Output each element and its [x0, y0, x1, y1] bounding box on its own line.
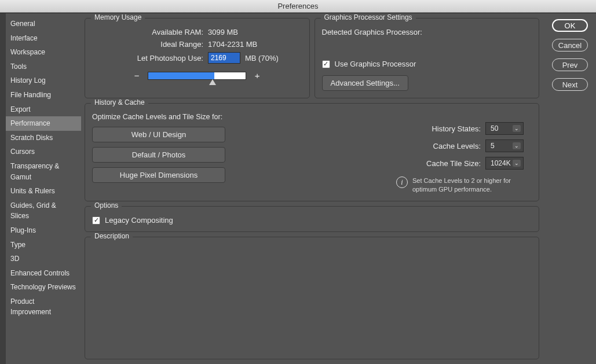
sidebar-item-scratch-disks[interactable]: Scratch Disks: [6, 131, 81, 145]
cache-hint-text: Set Cache Levels to 2 or higher for opti…: [412, 177, 524, 194]
memory-slider-minus[interactable]: −: [133, 71, 141, 80]
sidebar-item-history-log[interactable]: History Log: [6, 73, 81, 88]
legacy-compositing-row[interactable]: Legacy Compositing: [92, 216, 532, 225]
cache-tile-size-label: Cache Tile Size:: [426, 159, 481, 168]
window-titlebar: Preferences: [0, 0, 596, 13]
info-icon: i: [396, 177, 408, 188]
detected-gpu-label: Detected Graphics Processor:: [322, 28, 532, 36]
memory-slider-fill: [148, 72, 214, 79]
dialog-buttons: OK Cancel Prev Next: [544, 13, 596, 364]
history-cache-group: History & Cache Optimize Cache Levels an…: [85, 103, 539, 201]
cache-levels-label: Cache Levels:: [433, 142, 481, 150]
sidebar-item-interface[interactable]: Interface: [6, 31, 81, 46]
description-group: Description: [85, 237, 539, 359]
sidebar-item-type[interactable]: Type: [6, 238, 81, 252]
sidebar-item-export[interactable]: Export: [6, 102, 81, 117]
sidebar-item-cursors[interactable]: Cursors: [6, 145, 81, 159]
options-title: Options: [91, 201, 122, 209]
sidebar-item-guides-grid-slices[interactable]: Guides, Grid & Slices: [6, 198, 81, 223]
cache-tile-size-value: 1024K: [491, 159, 511, 167]
gpu-settings-group: Graphics Processor Settings Detected Gra…: [315, 18, 540, 98]
memory-slider[interactable]: [148, 72, 246, 80]
sidebar-item-file-handling[interactable]: File Handling: [6, 88, 81, 102]
memory-usage-title: Memory Usage: [91, 13, 145, 21]
sidebar-item-technology-previews[interactable]: Technology Previews: [6, 280, 81, 295]
prev-button[interactable]: Prev: [552, 58, 588, 71]
history-cache-title: History & Cache: [91, 98, 148, 106]
sidebar-item-transparency-gamut[interactable]: Transparency & Gamut: [6, 159, 81, 184]
description-title: Description: [91, 232, 133, 240]
preferences-content: Memory Usage Available RAM: 3099 MB Idea…: [81, 13, 544, 364]
left-edge-strip: [0, 13, 6, 364]
let-photoshop-use-suffix: MB (70%): [245, 54, 279, 62]
available-ram-label: Available RAM:: [92, 28, 208, 36]
chevron-down-icon: ⌄: [513, 142, 521, 149]
memory-slider-plus[interactable]: +: [253, 71, 261, 80]
use-gpu-checkbox-row[interactable]: Use Graphics Processor: [322, 60, 532, 68]
cache-tile-size-select[interactable]: 1024K ⌄: [485, 157, 524, 170]
gpu-settings-title: Graphics Processor Settings: [321, 13, 416, 21]
advanced-settings-button[interactable]: Advanced Settings...: [322, 75, 408, 91]
sidebar-item-enhanced-controls[interactable]: Enhanced Controls: [6, 266, 81, 281]
let-photoshop-use-label: Let Photoshop Use:: [92, 54, 208, 62]
window-title: Preferences: [277, 2, 318, 10]
history-states-label: History States:: [432, 124, 481, 133]
cache-levels-select[interactable]: 5 ⌄: [485, 139, 524, 152]
history-states-select[interactable]: 50 ⌄: [485, 122, 524, 135]
memory-slider-thumb[interactable]: [209, 79, 216, 85]
sidebar-item-product-improvement[interactable]: Product Improvement: [6, 295, 81, 319]
sidebar-item-3d[interactable]: 3D: [6, 252, 81, 266]
use-gpu-label: Use Graphics Processor: [335, 60, 416, 68]
legacy-compositing-checkbox[interactable]: [92, 216, 100, 225]
optimize-cache-label: Optimize Cache Levels and Tile Size for:: [92, 113, 225, 121]
sidebar-item-general[interactable]: General: [6, 17, 81, 31]
legacy-compositing-label: Legacy Compositing: [105, 216, 173, 225]
web-ui-design-button[interactable]: Web / UI Design: [92, 127, 225, 142]
ideal-range-label: Ideal Range:: [92, 40, 208, 49]
use-gpu-checkbox[interactable]: [322, 60, 330, 68]
sidebar-item-units-rulers[interactable]: Units & Rulers: [6, 184, 81, 198]
next-button[interactable]: Next: [552, 78, 588, 91]
options-group: Options Legacy Compositing: [85, 206, 539, 232]
chevron-down-icon: ⌄: [513, 160, 521, 167]
sidebar-item-plug-ins[interactable]: Plug-Ins: [6, 223, 81, 238]
available-ram-value: 3099 MB: [208, 28, 238, 36]
sidebar-item-tools[interactable]: Tools: [6, 60, 81, 74]
huge-pixel-dimensions-button[interactable]: Huge Pixel Dimensions: [92, 167, 225, 183]
default-photos-button[interactable]: Default / Photos: [92, 147, 225, 163]
cancel-button[interactable]: Cancel: [552, 39, 588, 52]
chevron-down-icon: ⌄: [513, 125, 521, 132]
let-photoshop-use-input[interactable]: [208, 52, 240, 64]
sidebar-item-performance[interactable]: Performance: [6, 116, 81, 131]
sidebar-item-workspace[interactable]: Workspace: [6, 45, 81, 60]
ideal-range-value: 1704-2231 MB: [208, 40, 257, 49]
history-states-value: 50: [491, 124, 498, 133]
memory-usage-group: Memory Usage Available RAM: 3099 MB Idea…: [85, 18, 310, 98]
ok-button[interactable]: OK: [552, 19, 588, 32]
preferences-sidebar: GeneralInterfaceWorkspaceToolsHistory Lo…: [6, 13, 81, 364]
cache-levels-value: 5: [491, 142, 495, 150]
